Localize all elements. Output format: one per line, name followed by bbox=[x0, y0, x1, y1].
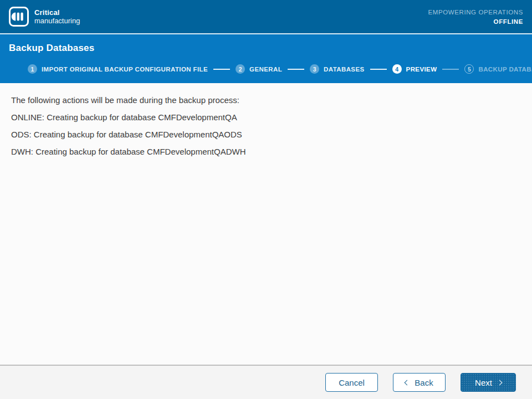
backup-databases-wizard-window: Critical manufacturing EMPOWERING OPERAT… bbox=[0, 0, 532, 399]
page-title: Backup Databases bbox=[9, 43, 523, 54]
step-5-circle: 5 bbox=[464, 64, 474, 74]
step-1-circle: 1 bbox=[28, 64, 37, 74]
critical-manufacturing-logo-icon bbox=[9, 7, 29, 27]
step-connector bbox=[288, 69, 304, 70]
header-right: EMPOWERING OPERATIONS OFFLINE bbox=[428, 9, 523, 25]
offline-mode-badge: OFFLINE bbox=[428, 18, 523, 25]
step-backup-databases: 5 BACKUP DATABASES bbox=[464, 64, 532, 74]
back-button[interactable]: Back bbox=[393, 373, 446, 392]
step-3-circle: 3 bbox=[310, 64, 319, 74]
step-connector bbox=[442, 69, 459, 70]
step-databases: 3 DATABASES bbox=[310, 64, 364, 74]
step-connector bbox=[370, 69, 387, 70]
wizard-stepper: 1 IMPORT ORIGINAL BACKUP CONFIGURATION F… bbox=[28, 64, 523, 74]
step-1-label: IMPORT ORIGINAL BACKUP CONFIGURATION FIL… bbox=[42, 66, 208, 73]
step-general: 2 GENERAL bbox=[236, 64, 282, 74]
logo-title: Critical bbox=[34, 8, 80, 17]
preview-content: The following actions will be made durin… bbox=[0, 83, 532, 365]
next-button[interactable]: Next bbox=[461, 373, 516, 392]
preview-intro-text: The following actions will be made durin… bbox=[11, 96, 521, 104]
logo-wordmark: Critical manufacturing bbox=[34, 8, 80, 25]
logo-subtitle: manufacturing bbox=[34, 17, 80, 25]
wizard-band: Backup Databases 1 IMPORT ORIGINAL BACKU… bbox=[0, 33, 532, 83]
next-button-label: Next bbox=[475, 378, 492, 387]
chevron-left-icon bbox=[405, 380, 410, 385]
back-button-label: Back bbox=[415, 378, 433, 387]
app-header: Critical manufacturing EMPOWERING OPERAT… bbox=[0, 0, 532, 33]
step-4-label: PREVIEW bbox=[406, 66, 437, 73]
step-import-original-backup-configuration-file: 1 IMPORT ORIGINAL BACKUP CONFIGURATION F… bbox=[28, 64, 208, 74]
step-connector bbox=[213, 69, 230, 70]
chevron-right-icon bbox=[497, 380, 502, 385]
step-5-label: BACKUP DATABASES bbox=[478, 66, 532, 73]
action-line-online: ONLINE: Creating backup for database CMF… bbox=[11, 113, 521, 121]
step-4-circle: 4 bbox=[392, 64, 402, 74]
step-2-circle: 2 bbox=[236, 64, 245, 74]
step-2-label: GENERAL bbox=[249, 66, 282, 73]
cancel-button[interactable]: Cancel bbox=[325, 373, 378, 392]
step-preview: 4 PREVIEW bbox=[392, 64, 437, 74]
action-line-ods: ODS: Creating backup for database CMFDev… bbox=[11, 130, 521, 139]
wizard-footer: Cancel Back Next bbox=[0, 365, 532, 399]
cancel-button-label: Cancel bbox=[339, 378, 365, 387]
step-3-label: DATABASES bbox=[324, 66, 364, 73]
tagline-text: EMPOWERING OPERATIONS bbox=[428, 9, 523, 16]
action-line-dwh: DWH: Creating backup for database CMFDev… bbox=[11, 147, 521, 156]
